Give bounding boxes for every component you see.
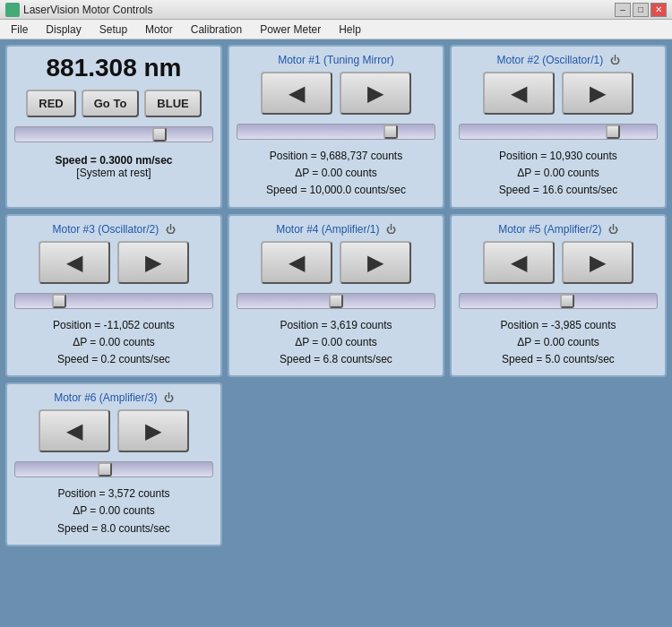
title-bar-controls: – □ ✕ bbox=[615, 3, 667, 17]
main-speed-slider[interactable] bbox=[14, 126, 213, 142]
motor-panel-1: Motor #1 (Tuning Mirror) ◀ ▶ Position = … bbox=[228, 45, 444, 209]
motor-4-right-button[interactable]: ▶ bbox=[340, 241, 411, 284]
main-slider-container bbox=[14, 126, 213, 145]
motor-2-power-icon[interactable]: ⏻ bbox=[610, 55, 620, 65]
app-icon bbox=[5, 3, 20, 17]
speed-info: Speed = 0.3000 nm/sec [System at rest] bbox=[55, 154, 172, 179]
menu-help[interactable]: Help bbox=[332, 21, 368, 38]
motor-1-slider[interactable] bbox=[237, 124, 435, 140]
motor-4-slider[interactable] bbox=[237, 293, 435, 309]
window-title: LaserVision Motor Controls bbox=[23, 4, 153, 16]
motor-5-title: Motor #5 (Amplifier/2) ⏻ bbox=[498, 223, 618, 236]
motor-1-left-button[interactable]: ◀ bbox=[261, 72, 332, 115]
motor-4-buttons: ◀ ▶ bbox=[261, 241, 411, 284]
title-bar: LaserVision Motor Controls – □ ✕ bbox=[0, 0, 672, 20]
motor-3-title: Motor #3 (Oscillator/2) ⏻ bbox=[52, 223, 175, 236]
motor-2-right-button[interactable]: ▶ bbox=[562, 72, 633, 115]
motor-6-info: Position = 3,572 counts ΔP = 0.00 counts… bbox=[57, 485, 170, 537]
wavelength-panel: 881.308 nm RED Go To BLUE Speed = 0.3000… bbox=[5, 45, 222, 209]
motor-6-right-button[interactable]: ▶ bbox=[117, 409, 189, 452]
motor-panel-4: Motor #4 (Amplifier/1) ⏻ ◀ ▶ Position = … bbox=[228, 214, 444, 378]
motor-5-buttons: ◀ ▶ bbox=[483, 241, 633, 284]
red-button[interactable]: RED bbox=[26, 90, 75, 117]
menu-setup[interactable]: Setup bbox=[92, 21, 134, 38]
wavelength-display: 881.308 nm bbox=[47, 54, 182, 82]
menu-calibration[interactable]: Calibration bbox=[184, 21, 249, 38]
blue-button[interactable]: BLUE bbox=[144, 90, 201, 117]
motor-2-slider[interactable] bbox=[459, 124, 658, 140]
motor-panel-6: Motor #6 (Amplifier/3) ⏻ ◀ ▶ Position = … bbox=[5, 382, 222, 546]
motor-3-left-button[interactable]: ◀ bbox=[39, 241, 110, 284]
motor-6-left-button[interactable]: ◀ bbox=[39, 409, 110, 452]
motor-6-title: Motor #6 (Amplifier/3) ⏻ bbox=[54, 391, 174, 404]
motor-panel-5: Motor #5 (Amplifier/2) ⏻ ◀ ▶ Position = … bbox=[450, 214, 667, 378]
motor-1-title: Motor #1 (Tuning Mirror) bbox=[278, 54, 394, 66]
main-panel-buttons: RED Go To BLUE bbox=[26, 90, 201, 117]
motor-4-left-button[interactable]: ◀ bbox=[261, 241, 332, 284]
motor-3-info: Position = -11,052 counts ΔP = 0.00 coun… bbox=[53, 317, 175, 369]
motor-5-power-icon[interactable]: ⏻ bbox=[608, 224, 618, 235]
motor-2-info: Position = 10,930 counts ΔP = 0.00 count… bbox=[499, 148, 617, 200]
menu-power-meter[interactable]: Power Meter bbox=[253, 21, 328, 38]
motor-5-slider-container bbox=[459, 293, 658, 312]
speed-label: Speed = 0.3000 nm/sec bbox=[55, 154, 172, 167]
motor-2-buttons: ◀ ▶ bbox=[483, 72, 633, 115]
motor-3-slider[interactable] bbox=[14, 293, 213, 309]
motor-4-slider-container bbox=[237, 293, 435, 312]
motor-6-slider-container bbox=[14, 461, 213, 480]
motor-1-slider-container bbox=[237, 124, 435, 142]
menu-display[interactable]: Display bbox=[39, 21, 88, 38]
motor-5-left-button[interactable]: ◀ bbox=[483, 241, 555, 284]
motor-2-title: Motor #2 (Oscillator/1) ⏻ bbox=[496, 54, 619, 66]
motor-panel-2: Motor #2 (Oscillator/1) ⏻ ◀ ▶ Position =… bbox=[450, 45, 667, 209]
motor-2-slider-container bbox=[459, 124, 658, 142]
menu-file[interactable]: File bbox=[4, 21, 35, 38]
motor-5-info: Position = -3,985 counts ΔP = 0.00 count… bbox=[500, 317, 616, 369]
motor-4-info: Position = 3,619 counts ΔP = 0.00 counts… bbox=[280, 317, 392, 369]
motor-1-right-button[interactable]: ▶ bbox=[340, 72, 411, 115]
motor-3-buttons: ◀ ▶ bbox=[39, 241, 189, 284]
motor-3-slider-container bbox=[14, 293, 213, 312]
menu-motor[interactable]: Motor bbox=[138, 21, 180, 38]
motor-4-title: Motor #4 (Amplifier/1) ⏻ bbox=[276, 223, 396, 236]
maximize-button[interactable]: □ bbox=[633, 3, 649, 17]
motor-panel-3: Motor #3 (Oscillator/2) ⏻ ◀ ▶ Position =… bbox=[5, 214, 222, 378]
system-status: [System at rest] bbox=[55, 167, 172, 179]
motor-6-power-icon[interactable]: ⏻ bbox=[164, 392, 174, 403]
motor-2-left-button[interactable]: ◀ bbox=[483, 72, 555, 115]
motor-5-right-button[interactable]: ▶ bbox=[562, 241, 633, 284]
minimize-button[interactable]: – bbox=[615, 3, 631, 17]
motor-1-buttons: ◀ ▶ bbox=[261, 72, 411, 115]
motor-1-info: Position = 9,688,737 counts ΔP = 0.00 co… bbox=[266, 148, 406, 200]
motor-3-right-button[interactable]: ▶ bbox=[117, 241, 189, 284]
motor-3-power-icon[interactable]: ⏻ bbox=[166, 224, 176, 235]
motor-6-slider[interactable] bbox=[14, 461, 213, 477]
motor-4-power-icon[interactable]: ⏻ bbox=[386, 224, 396, 235]
motor-6-buttons: ◀ ▶ bbox=[39, 409, 189, 452]
goto-button[interactable]: Go To bbox=[82, 90, 140, 117]
motor-5-slider[interactable] bbox=[459, 293, 658, 309]
menu-bar: File Display Setup Motor Calibration Pow… bbox=[0, 20, 672, 39]
main-content: 881.308 nm RED Go To BLUE Speed = 0.3000… bbox=[0, 39, 672, 552]
close-button[interactable]: ✕ bbox=[650, 3, 667, 17]
